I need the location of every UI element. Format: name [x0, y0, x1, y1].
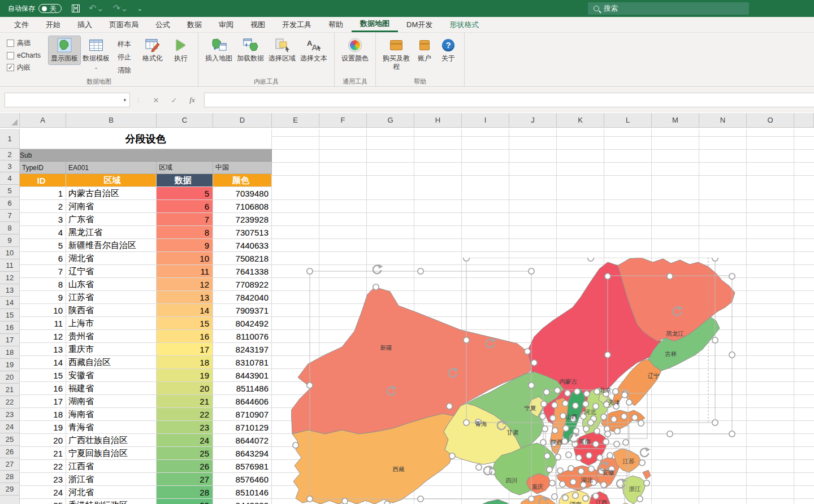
cell-id[interactable]: 16 [20, 382, 66, 395]
cell-data[interactable]: 17 [157, 343, 213, 356]
cell-color-code[interactable]: 7708922 [213, 278, 272, 291]
row-header-11[interactable]: 11 [0, 259, 19, 272]
data-template-button[interactable]: 数据模板 ⌄ [80, 36, 112, 73]
redo-icon[interactable]: ↷⌄ [113, 5, 128, 12]
show-panel-button[interactable]: 显示面板 [49, 36, 80, 64]
cell-color-code[interactable]: 7307513 [213, 226, 272, 239]
run-button[interactable]: 执行 [168, 36, 193, 64]
save-icon[interactable] [72, 5, 80, 12]
table-header-row[interactable]: ID 区域 数据 颜色 [20, 174, 272, 187]
tab-12[interactable]: 形状格式 [441, 17, 487, 32]
row-header-17[interactable]: 17 [0, 334, 19, 346]
tab-7[interactable]: 视图 [242, 17, 274, 32]
column-header-O[interactable]: O [747, 113, 794, 127]
formula-input[interactable] [204, 93, 814, 107]
cell-data[interactable]: 5 [157, 187, 213, 200]
cell-id[interactable]: 8 [20, 278, 66, 291]
cell-color-code[interactable]: 8710129 [213, 421, 272, 434]
set-color-button[interactable]: 设置颜色 [339, 36, 371, 64]
cell-id[interactable]: 4 [20, 226, 66, 239]
about-button[interactable]: ? 关于 [437, 36, 460, 64]
tab-4[interactable]: 公式 [147, 17, 179, 32]
cell-region[interactable]: 安徽省 [66, 369, 157, 382]
cell-region[interactable]: 河北省 [66, 486, 157, 499]
row-header-22[interactable]: 22 [0, 396, 19, 409]
row-header-6[interactable]: 6 [0, 197, 19, 210]
cell-region[interactable]: 黑龙江省 [66, 226, 157, 239]
cell-color-code[interactable]: 7440633 [213, 239, 272, 252]
cell-data[interactable]: 12 [157, 278, 213, 291]
cell-data[interactable]: 25 [157, 447, 213, 460]
cell-id[interactable]: 20 [20, 434, 66, 447]
row-header-28[interactable]: 28 [0, 471, 19, 483]
insert-map-button[interactable]: 插入地图 [203, 36, 235, 64]
customize-qat-icon[interactable]: ⌄ [137, 5, 142, 12]
cell-region[interactable]: 广东省 [66, 213, 157, 226]
cell-region[interactable]: 湖北省 [66, 252, 157, 265]
cell-id[interactable]: 5 [20, 239, 66, 252]
tab-0[interactable]: 文件 [6, 17, 37, 32]
column-header-C[interactable]: C [157, 113, 213, 127]
row-header-15[interactable]: 15 [0, 309, 19, 321]
column-header-L[interactable]: L [604, 113, 652, 127]
tab-1[interactable]: 开始 [37, 17, 69, 32]
column-header-G[interactable]: G [367, 113, 414, 127]
row-header-21[interactable]: 21 [0, 384, 19, 396]
row-header-7[interactable]: 7 [0, 210, 19, 222]
cell-region[interactable]: 香港特别行政区 [66, 499, 157, 504]
name-box[interactable]: ▾ [5, 93, 130, 107]
row-header-12[interactable]: 12 [0, 272, 19, 284]
select-text-button[interactable]: AA 选择文本 [298, 36, 330, 64]
cell-id[interactable]: 6 [20, 252, 66, 265]
cell-color-code[interactable]: 7239928 [213, 213, 272, 226]
row-header-27[interactable]: 27 [0, 458, 19, 471]
cell-data[interactable]: 7 [157, 213, 213, 226]
name-box-dropdown-icon[interactable]: ▾ [120, 97, 129, 103]
row-header-10[interactable]: 10 [0, 247, 19, 259]
cell-id[interactable]: 25 [20, 499, 66, 504]
cell-id[interactable]: 13 [20, 343, 66, 356]
column-header-D[interactable]: D [213, 113, 272, 127]
cell-id[interactable]: 12 [20, 330, 66, 343]
cell-color-code[interactable]: 8576981 [213, 460, 272, 473]
row-header-5[interactable]: 5 [0, 185, 19, 197]
column-header-K[interactable]: K [557, 113, 604, 127]
format-button[interactable]: 格式化 [137, 36, 168, 64]
cell-data[interactable]: 24 [157, 434, 213, 447]
cell-region[interactable]: 宁夏回族自治区 [66, 447, 157, 460]
row-header-18[interactable]: 18 [0, 346, 19, 359]
row-header-24[interactable]: 24 [0, 421, 19, 433]
row-header-9[interactable]: 9 [0, 234, 19, 247]
select-region-button[interactable]: 选择区域 [266, 36, 298, 64]
cell-id[interactable]: 2 [20, 200, 66, 213]
cell-data[interactable]: 21 [157, 395, 213, 408]
insert-function-icon[interactable]: fx [184, 93, 201, 107]
cell-region[interactable]: 海南省 [66, 408, 157, 421]
cell-data[interactable]: 23 [157, 421, 213, 434]
cell-data[interactable]: 15 [157, 317, 213, 330]
column-header-F[interactable]: F [319, 113, 367, 127]
search-input[interactable]: 搜索 [588, 2, 749, 15]
cell-id[interactable]: 19 [20, 421, 66, 434]
row-header-23[interactable]: 23 [0, 409, 19, 421]
cell-color-code[interactable]: 8710907 [213, 408, 272, 421]
column-header-H[interactable]: H [414, 113, 462, 127]
header-id[interactable]: ID [20, 174, 66, 187]
cell-data[interactable]: 14 [157, 304, 213, 317]
cell-region[interactable]: 河南省 [66, 200, 157, 213]
table-title-row[interactable]: 分段设色 [20, 129, 272, 149]
cell-id[interactable]: 21 [20, 447, 66, 460]
cell-data[interactable]: 9 [157, 239, 213, 252]
cell-color-code[interactable]: 7909371 [213, 304, 272, 317]
cell-data[interactable]: 18 [157, 356, 213, 369]
cell-color-code[interactable]: 8443901 [213, 369, 272, 382]
sample-button[interactable]: 样本 [116, 39, 133, 50]
tab-8[interactable]: 开发工具 [274, 17, 320, 32]
meta-region-value[interactable]: 中国 [213, 162, 272, 174]
cell-region[interactable]: 江苏省 [66, 291, 157, 304]
column-header-B[interactable]: B [66, 113, 157, 127]
row-header-13[interactable]: 13 [0, 284, 19, 297]
header-color[interactable]: 颜色 [213, 174, 272, 187]
select-all-corner[interactable] [0, 113, 20, 128]
column-header-N[interactable]: N [699, 113, 747, 127]
